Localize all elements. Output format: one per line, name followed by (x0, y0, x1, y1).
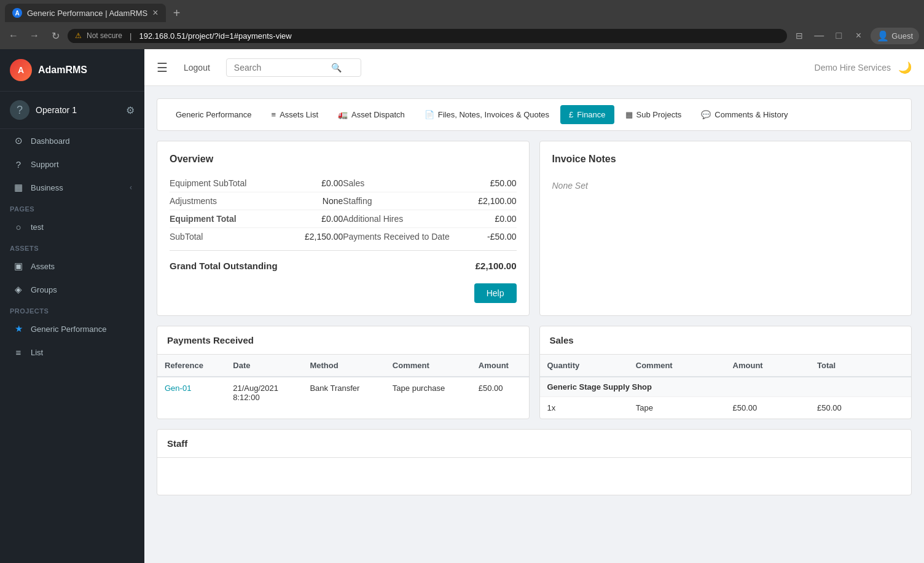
tab-label: Comments & History (715, 110, 788, 119)
chevron-icon: ‹ (130, 183, 132, 192)
maximize-button[interactable]: □ (830, 27, 847, 44)
staff-title: Staff (157, 430, 911, 458)
sidebar-user: ? Operator 1 ⚙ (0, 92, 144, 129)
logout-button[interactable]: Logout (178, 59, 216, 76)
pages-section-label: PAGES (0, 199, 144, 215)
tab-label: Sub Projects (636, 110, 682, 119)
col-date: Date (225, 355, 302, 377)
address-bar[interactable]: ⚠ Not secure | 192.168.0.51/project/?id=… (68, 29, 787, 43)
staff-body (157, 458, 911, 495)
sub-projects-icon: ▦ (625, 110, 633, 119)
payments-received-table: Reference Date Method Comment Amount Gen… (157, 355, 529, 408)
avatar: ? (10, 100, 29, 120)
tab-label: Generic Performance (176, 110, 252, 119)
projects-section-label: PROJECTS (0, 301, 144, 317)
topbar-right: Demo Hire Services 🌙 (815, 61, 912, 74)
logo-icon: A (10, 59, 32, 81)
browser-chrome: A Generic Performance | AdamRMS × + ← → … (0, 0, 924, 49)
grand-total-value: £2,100.00 (476, 261, 517, 271)
star-icon: ★ (12, 323, 25, 335)
search-box[interactable]: 🔍 (226, 58, 361, 77)
sidebar-item-business[interactable]: ▦ Business ‹ (2, 176, 142, 199)
col-actions (883, 355, 911, 377)
content-wrapper: Generic Performance ≡ Assets List 🚛 Asse… (144, 86, 924, 518)
col-method: Method (302, 355, 385, 377)
overview-divider (170, 250, 517, 251)
payments-header-row: Reference Date Method Comment Amount (157, 355, 529, 377)
sales-body: Generic Stage Supply Shop 1x Tape £50.00… (540, 377, 912, 419)
payments-received-card: Payments Received Reference Date Method … (157, 326, 530, 419)
tab-asset-dispatch[interactable]: 🚛 Asset Dispatch (329, 105, 413, 124)
sidebar-item-assets[interactable]: ▣ Assets (2, 255, 142, 277)
overview-row-sales: Sales £50.00 (343, 175, 516, 192)
list-icon: ≡ (12, 346, 25, 358)
tab-label: Assets List (280, 110, 318, 119)
sidebar-item-label: test (31, 222, 44, 232)
col-total: Total (810, 355, 883, 377)
payments-sales-row: Payments Received Reference Date Method … (157, 326, 912, 429)
overview-row-subtotal: SubTotal £2,150.00 (170, 228, 343, 245)
business-icon: ▦ (12, 181, 25, 194)
gear-icon[interactable]: ⚙ (126, 104, 135, 116)
invoice-notes-text: None Set (552, 175, 899, 197)
sidebar-item-list[interactable]: ≡ List (2, 341, 142, 363)
overview-row-additional-hires: Additional Hires £0.00 (343, 210, 516, 228)
sales-row: 1x Tape £50.00 £50.00 (540, 397, 912, 419)
overview-right-col: Sales £50.00 Staffing £2,100.00 Addition… (343, 175, 516, 245)
payment-method: Bank Transfer (302, 377, 385, 408)
grand-total-row: Grand Total Outstanding £2,100.00 (170, 256, 517, 276)
help-button[interactable]: Help (474, 283, 517, 303)
tab-label: Asset Dispatch (351, 110, 405, 119)
reload-button[interactable]: ↻ (47, 27, 64, 44)
staff-card: Staff (157, 429, 912, 495)
col-amount: Amount (471, 355, 529, 377)
tab-generic-performance[interactable]: Generic Performance (167, 105, 260, 124)
comments-icon: 💬 (701, 110, 711, 119)
overview-left-col: Equipment SubTotal £0.00 Adjustments Non… (170, 175, 343, 245)
company-name: Demo Hire Services (815, 63, 891, 73)
overview-row-staffing: Staffing £2,100.00 (343, 192, 516, 210)
sidebar-logo: A AdamRMS (0, 49, 144, 92)
sidebar-item-support[interactable]: ? Support (2, 153, 142, 175)
tab-favicon: A (12, 8, 22, 18)
payment-row: Gen-01 21/Aug/20218:12:00 Bank Transfer … (157, 377, 529, 408)
sidebar-item-groups[interactable]: ◈ Groups (2, 278, 142, 301)
forward-button[interactable]: → (26, 27, 43, 44)
dark-mode-toggle[interactable]: 🌙 (898, 61, 912, 74)
sidebar-item-label: Groups (31, 285, 57, 294)
minimize-button[interactable]: — (810, 27, 828, 44)
browser-right-controls: ⊟ — □ × (791, 27, 867, 44)
tab-assets-list[interactable]: ≡ Assets List (263, 105, 327, 124)
invoice-notes-body: Invoice Notes None Set (540, 141, 912, 209)
profile-button[interactable]: 👤 Guest (871, 28, 919, 44)
assets-section-label: ASSETS (0, 238, 144, 254)
col-quantity: Quantity (540, 355, 628, 377)
overview-card: Overview Equipment SubTotal £0.00 (157, 141, 530, 316)
tab-files-notes[interactable]: 📄 Files, Notes, Invoices & Quotes (416, 105, 558, 124)
close-window-button[interactable]: × (850, 27, 867, 44)
browser-tab-bar: A Generic Performance | AdamRMS × + (0, 0, 924, 22)
extensions-button[interactable]: ⊟ (791, 27, 808, 44)
search-input[interactable] (234, 63, 326, 73)
new-tab-button[interactable]: + (168, 6, 186, 20)
overview-title: Overview (170, 154, 517, 165)
back-button[interactable]: ← (5, 27, 22, 44)
security-icon: ⚠ (75, 31, 82, 40)
col-comment: Comment (628, 355, 726, 377)
browser-tab-active[interactable]: A Generic Performance | AdamRMS × (5, 4, 166, 22)
sidebar-item-dashboard[interactable]: ⊙ Dashboard (2, 130, 142, 152)
sidebar-item-label: List (31, 348, 43, 357)
sidebar-item-label: Business (31, 183, 63, 192)
test-icon: ○ (12, 221, 25, 233)
menu-icon[interactable]: ☰ (157, 60, 168, 75)
sidebar-item-generic-performance[interactable]: ★ Generic Performance (2, 318, 142, 340)
sidebar-item-test[interactable]: ○ test (2, 216, 142, 238)
tab-sub-projects[interactable]: ▦ Sub Projects (617, 105, 691, 124)
tab-title: Generic Performance | AdamRMS (27, 9, 147, 18)
tab-comments-history[interactable]: 💬 Comments & History (692, 105, 796, 124)
tab-close-button[interactable]: × (152, 7, 158, 18)
sidebar-item-label: Dashboard (31, 136, 70, 146)
main-area: ☰ Logout 🔍 Demo Hire Services 🌙 Generic … (144, 49, 924, 563)
tab-finance[interactable]: £ Finance (560, 105, 614, 124)
col-amount: Amount (726, 355, 810, 377)
